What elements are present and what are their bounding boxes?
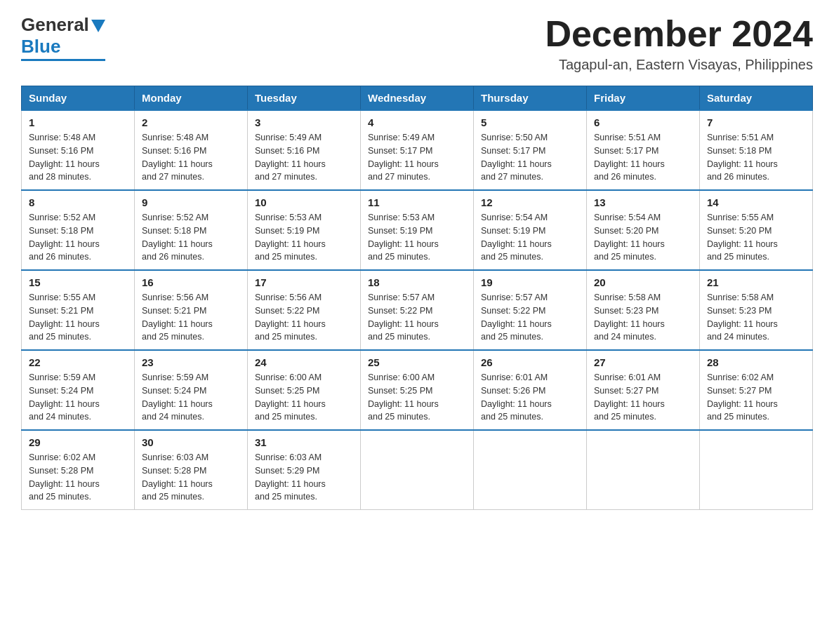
day-info: Sunrise: 5:59 AM Sunset: 5:24 PM Dayligh… xyxy=(142,371,240,424)
calendar-row-1: 1 Sunrise: 5:48 AM Sunset: 5:16 PM Dayli… xyxy=(22,110,813,190)
table-row: 15 Sunrise: 5:55 AM Sunset: 5:21 PM Dayl… xyxy=(22,270,135,350)
day-number: 11 xyxy=(368,196,466,208)
day-info: Sunrise: 5:52 AM Sunset: 5:18 PM Dayligh… xyxy=(29,211,127,264)
day-info: Sunrise: 5:54 AM Sunset: 5:19 PM Dayligh… xyxy=(481,211,579,264)
table-row: 3 Sunrise: 5:49 AM Sunset: 5:16 PM Dayli… xyxy=(248,110,361,190)
table-row: 13 Sunrise: 5:54 AM Sunset: 5:20 PM Dayl… xyxy=(587,190,700,270)
day-info: Sunrise: 5:57 AM Sunset: 5:22 PM Dayligh… xyxy=(368,291,466,344)
day-number: 3 xyxy=(255,116,353,128)
day-info: Sunrise: 5:51 AM Sunset: 5:18 PM Dayligh… xyxy=(707,131,805,184)
table-row: 23 Sunrise: 5:59 AM Sunset: 5:24 PM Dayl… xyxy=(135,350,248,430)
day-number: 6 xyxy=(594,116,692,128)
day-number: 8 xyxy=(29,196,127,208)
day-number: 14 xyxy=(707,196,805,208)
day-info: Sunrise: 6:01 AM Sunset: 5:27 PM Dayligh… xyxy=(594,371,692,424)
day-info: Sunrise: 5:49 AM Sunset: 5:17 PM Dayligh… xyxy=(368,131,466,184)
day-info: Sunrise: 5:48 AM Sunset: 5:16 PM Dayligh… xyxy=(29,131,127,184)
logo-underline xyxy=(21,59,105,61)
table-row: 31 Sunrise: 6:03 AM Sunset: 5:29 PM Dayl… xyxy=(248,430,361,510)
title-area: December 2024 Tagapul-an, Eastern Visaya… xyxy=(545,14,813,73)
day-info: Sunrise: 5:50 AM Sunset: 5:17 PM Dayligh… xyxy=(481,131,579,184)
logo-blue-text: Blue xyxy=(21,36,60,58)
logo-general-text: General xyxy=(21,14,89,36)
day-number: 22 xyxy=(29,356,127,368)
table-row xyxy=(474,430,587,510)
col-wednesday: Wednesday xyxy=(361,86,474,111)
calendar-row-5: 29 Sunrise: 6:02 AM Sunset: 5:28 PM Dayl… xyxy=(22,430,813,510)
day-info: Sunrise: 5:56 AM Sunset: 5:21 PM Dayligh… xyxy=(142,291,240,344)
logo-area: General Blue xyxy=(21,14,105,61)
day-number: 27 xyxy=(594,356,692,368)
location-title: Tagapul-an, Eastern Visayas, Philippines xyxy=(545,57,813,73)
day-info: Sunrise: 5:57 AM Sunset: 5:22 PM Dayligh… xyxy=(481,291,579,344)
table-row: 20 Sunrise: 5:58 AM Sunset: 5:23 PM Dayl… xyxy=(587,270,700,350)
calendar-row-4: 22 Sunrise: 5:59 AM Sunset: 5:24 PM Dayl… xyxy=(22,350,813,430)
day-number: 7 xyxy=(707,116,805,128)
day-info: Sunrise: 5:51 AM Sunset: 5:17 PM Dayligh… xyxy=(594,131,692,184)
day-number: 15 xyxy=(29,276,127,288)
day-number: 19 xyxy=(481,276,579,288)
day-info: Sunrise: 6:02 AM Sunset: 5:28 PM Dayligh… xyxy=(29,451,127,504)
day-number: 30 xyxy=(142,436,240,448)
day-number: 23 xyxy=(142,356,240,368)
table-row: 17 Sunrise: 5:56 AM Sunset: 5:22 PM Dayl… xyxy=(248,270,361,350)
day-number: 28 xyxy=(707,356,805,368)
table-row: 28 Sunrise: 6:02 AM Sunset: 5:27 PM Dayl… xyxy=(700,350,813,430)
calendar-row-3: 15 Sunrise: 5:55 AM Sunset: 5:21 PM Dayl… xyxy=(22,270,813,350)
month-title: December 2024 xyxy=(545,14,813,54)
col-monday: Monday xyxy=(135,86,248,111)
day-info: Sunrise: 5:59 AM Sunset: 5:24 PM Dayligh… xyxy=(29,371,127,424)
day-number: 31 xyxy=(255,436,353,448)
day-number: 29 xyxy=(29,436,127,448)
day-info: Sunrise: 5:53 AM Sunset: 5:19 PM Dayligh… xyxy=(368,211,466,264)
col-friday: Friday xyxy=(587,86,700,111)
day-number: 12 xyxy=(481,196,579,208)
day-number: 26 xyxy=(481,356,579,368)
day-info: Sunrise: 5:58 AM Sunset: 5:23 PM Dayligh… xyxy=(707,291,805,344)
day-number: 18 xyxy=(368,276,466,288)
table-row: 26 Sunrise: 6:01 AM Sunset: 5:26 PM Dayl… xyxy=(474,350,587,430)
table-row: 10 Sunrise: 5:53 AM Sunset: 5:19 PM Dayl… xyxy=(248,190,361,270)
table-row: 12 Sunrise: 5:54 AM Sunset: 5:19 PM Dayl… xyxy=(474,190,587,270)
day-info: Sunrise: 6:00 AM Sunset: 5:25 PM Dayligh… xyxy=(368,371,466,424)
table-row: 19 Sunrise: 5:57 AM Sunset: 5:22 PM Dayl… xyxy=(474,270,587,350)
table-row: 2 Sunrise: 5:48 AM Sunset: 5:16 PM Dayli… xyxy=(135,110,248,190)
day-info: Sunrise: 5:48 AM Sunset: 5:16 PM Dayligh… xyxy=(142,131,240,184)
col-thursday: Thursday xyxy=(474,86,587,111)
day-number: 4 xyxy=(368,116,466,128)
table-row xyxy=(587,430,700,510)
day-number: 24 xyxy=(255,356,353,368)
table-row: 5 Sunrise: 5:50 AM Sunset: 5:17 PM Dayli… xyxy=(474,110,587,190)
table-row: 24 Sunrise: 6:00 AM Sunset: 5:25 PM Dayl… xyxy=(248,350,361,430)
day-info: Sunrise: 5:55 AM Sunset: 5:20 PM Dayligh… xyxy=(707,211,805,264)
day-number: 2 xyxy=(142,116,240,128)
table-row: 1 Sunrise: 5:48 AM Sunset: 5:16 PM Dayli… xyxy=(22,110,135,190)
day-info: Sunrise: 6:02 AM Sunset: 5:27 PM Dayligh… xyxy=(707,371,805,424)
day-info: Sunrise: 5:58 AM Sunset: 5:23 PM Dayligh… xyxy=(594,291,692,344)
table-row: 21 Sunrise: 5:58 AM Sunset: 5:23 PM Dayl… xyxy=(700,270,813,350)
table-row: 16 Sunrise: 5:56 AM Sunset: 5:21 PM Dayl… xyxy=(135,270,248,350)
day-number: 16 xyxy=(142,276,240,288)
calendar-table: Sunday Monday Tuesday Wednesday Thursday… xyxy=(21,86,813,510)
col-tuesday: Tuesday xyxy=(248,86,361,111)
table-row: 14 Sunrise: 5:55 AM Sunset: 5:20 PM Dayl… xyxy=(700,190,813,270)
day-number: 5 xyxy=(481,116,579,128)
day-info: Sunrise: 6:00 AM Sunset: 5:25 PM Dayligh… xyxy=(255,371,353,424)
day-info: Sunrise: 6:01 AM Sunset: 5:26 PM Dayligh… xyxy=(481,371,579,424)
day-number: 17 xyxy=(255,276,353,288)
table-row: 18 Sunrise: 5:57 AM Sunset: 5:22 PM Dayl… xyxy=(361,270,474,350)
day-number: 13 xyxy=(594,196,692,208)
day-number: 1 xyxy=(29,116,127,128)
page-header: General Blue December 2024 Tagapul-an, E… xyxy=(21,14,813,73)
day-number: 25 xyxy=(368,356,466,368)
table-row: 11 Sunrise: 5:53 AM Sunset: 5:19 PM Dayl… xyxy=(361,190,474,270)
day-info: Sunrise: 5:52 AM Sunset: 5:18 PM Dayligh… xyxy=(142,211,240,264)
table-row: 29 Sunrise: 6:02 AM Sunset: 5:28 PM Dayl… xyxy=(22,430,135,510)
table-row: 25 Sunrise: 6:00 AM Sunset: 5:25 PM Dayl… xyxy=(361,350,474,430)
table-row xyxy=(700,430,813,510)
day-info: Sunrise: 5:49 AM Sunset: 5:16 PM Dayligh… xyxy=(255,131,353,184)
day-info: Sunrise: 5:55 AM Sunset: 5:21 PM Dayligh… xyxy=(29,291,127,344)
logo: General xyxy=(21,14,105,36)
table-row: 8 Sunrise: 5:52 AM Sunset: 5:18 PM Dayli… xyxy=(22,190,135,270)
day-info: Sunrise: 5:53 AM Sunset: 5:19 PM Dayligh… xyxy=(255,211,353,264)
